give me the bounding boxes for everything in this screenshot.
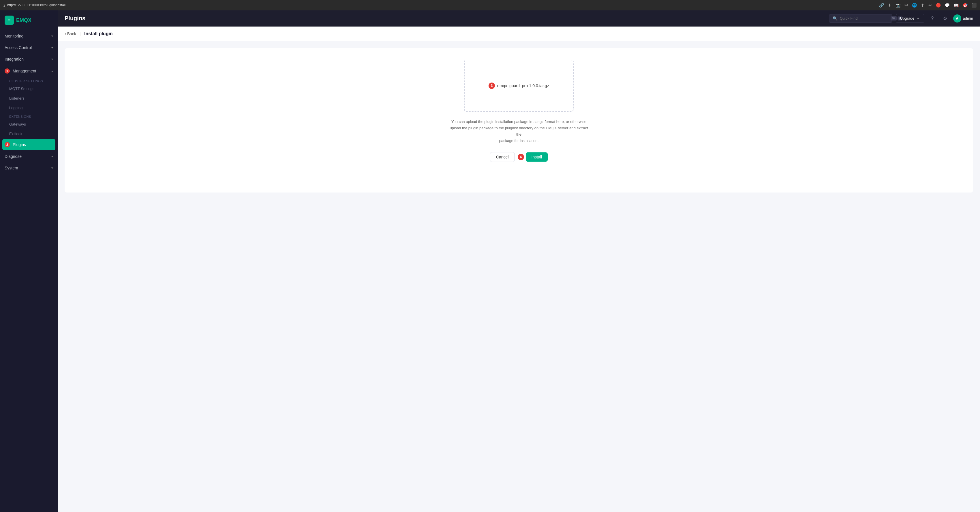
nav-section-extensions: Extensions: [0, 113, 58, 120]
back-arrow-icon: ‹: [65, 32, 66, 36]
file-badge-number: 3: [488, 83, 495, 89]
browser-bar: ℹ http://127.0.0.1:18083/#/plugins/insta…: [0, 0, 980, 10]
browser-icon-12[interactable]: ⬛: [972, 3, 977, 8]
back-button[interactable]: ‹ Back: [65, 32, 76, 36]
gear-icon: ⚙: [943, 16, 947, 21]
browser-icon-5[interactable]: 🌐: [912, 3, 917, 8]
main-content: ‹ Back | Install plugin 3 emqx_guard_pro…: [58, 27, 980, 512]
chevron-down-icon: ▾: [51, 166, 53, 170]
sidebar-item-diagnose[interactable]: Diagnose ▾: [0, 151, 58, 162]
app-header: Plugins 🔍 ⌘ K Upgrade → ?: [58, 10, 980, 27]
browser-icon-3[interactable]: 📷: [896, 3, 900, 8]
sidebar-item-logging[interactable]: Logging: [0, 103, 58, 113]
upgrade-arrow-icon: →: [916, 16, 920, 21]
sidebar-item-access-control-label: Access Control: [5, 45, 32, 50]
chevron-down-icon: ▾: [51, 46, 53, 49]
sidebar-item-system[interactable]: System ▾: [0, 162, 58, 174]
management-left: 1 Management: [5, 69, 37, 73]
upload-zone[interactable]: 3 emqx_guard_pro-1.0.0.tar.gz: [464, 60, 574, 112]
description-line1: You can upload the plugin installation p…: [451, 120, 586, 124]
logo-text: EMQX: [16, 17, 32, 23]
upload-card: 3 emqx_guard_pro-1.0.0.tar.gz You can up…: [65, 48, 973, 193]
logo-icon: ≡: [5, 16, 14, 25]
file-name: emqx_guard_pro-1.0.0.tar.gz: [497, 83, 549, 88]
search-input[interactable]: [840, 16, 888, 21]
sidebar-item-system-label: System: [5, 166, 18, 170]
back-label: Back: [67, 32, 76, 36]
sidebar-item-mqtt-settings[interactable]: MQTT Settings: [0, 84, 58, 94]
page-title: Install plugin: [84, 31, 113, 37]
sidebar-item-exhook[interactable]: ExHook: [0, 129, 58, 139]
browser-icon-11[interactable]: 🎯: [963, 3, 967, 8]
header-title: Plugins: [65, 15, 85, 22]
back-bar: ‹ Back | Install plugin: [58, 27, 980, 41]
sidebar-item-management[interactable]: 1 Management ▴: [0, 65, 58, 77]
install-button[interactable]: Install: [526, 152, 548, 162]
help-button[interactable]: ?: [928, 14, 937, 23]
chevron-up-icon: ▴: [51, 69, 53, 73]
avatar-initial: A: [956, 16, 958, 21]
browser-icon-10[interactable]: 📖: [954, 3, 959, 8]
browser-icon-4[interactable]: ✉: [904, 3, 908, 8]
settings-button[interactable]: ⚙: [940, 14, 950, 23]
chevron-down-icon: ▾: [51, 155, 53, 158]
sidebar-item-gateways[interactable]: Gateways: [0, 120, 58, 129]
search-box[interactable]: 🔍 ⌘ K: [829, 14, 892, 23]
cancel-button[interactable]: Cancel: [490, 152, 515, 162]
chevron-down-icon: ▾: [51, 57, 53, 61]
sidebar: ≡ EMQX Monitoring ▾ Access Control ▾ Int…: [0, 10, 58, 512]
upgrade-label: Upgrade: [900, 16, 915, 21]
sidebar-item-diagnose-label: Diagnose: [5, 154, 22, 159]
nav-section-cluster: Cluster Settings: [0, 77, 58, 84]
header-right: 🔍 ⌘ K Upgrade → ? ⚙: [829, 14, 973, 23]
file-badge: 3 emqx_guard_pro-1.0.0.tar.gz: [488, 83, 549, 89]
browser-right-icons: 🔗 ⬇ 📷 ✉ 🌐 ⬆ ↩ 🔴 💬 📖 🎯 ⬛: [879, 3, 977, 8]
sidebar-item-listeners[interactable]: Listeners: [0, 94, 58, 103]
sidebar-item-monitoring[interactable]: Monitoring ▾: [0, 30, 58, 42]
browser-icon-6[interactable]: ⬆: [921, 3, 924, 8]
sidebar-item-management-label: Management: [13, 69, 37, 73]
action-buttons: Cancel 4 Install: [72, 152, 966, 162]
sidebar-item-plugins[interactable]: 2 Plugins: [2, 139, 56, 150]
management-badge: 1: [5, 69, 10, 73]
description-line3: package for installation.: [499, 139, 539, 143]
app-layout: ≡ EMQX Monitoring ▾ Access Control ▾ Int…: [0, 10, 980, 512]
sidebar-logo: ≡ EMQX: [0, 10, 58, 30]
browser-icon-9[interactable]: 💬: [945, 3, 950, 8]
upgrade-button[interactable]: Upgrade →: [896, 14, 924, 23]
browser-icon-2[interactable]: ⬇: [888, 3, 891, 8]
chevron-down-icon: ▾: [51, 34, 53, 38]
upload-description: You can upload the plugin installation p…: [447, 119, 591, 144]
sidebar-item-integration[interactable]: Integration ▾: [0, 53, 58, 65]
help-icon: ?: [931, 16, 934, 21]
browser-info-icon: ℹ: [3, 3, 5, 8]
description-line2: upload the plugin package to the plugins…: [450, 126, 588, 137]
browser-icon-7[interactable]: ↩: [928, 3, 932, 8]
username: admin: [963, 16, 973, 21]
browser-icon-8[interactable]: 🔴: [936, 3, 941, 8]
install-badge-number: 4: [518, 154, 524, 160]
sidebar-item-plugins-label: Plugins: [13, 142, 26, 147]
plugins-left: 2 Plugins: [5, 142, 26, 147]
install-btn-wrapper: 4 Install: [518, 152, 548, 162]
sidebar-item-access-control[interactable]: Access Control ▾: [0, 42, 58, 53]
browser-url: http://127.0.0.1:18083/#/plugins/install: [7, 3, 65, 7]
user-info[interactable]: A admin: [953, 14, 973, 22]
plugins-badge: 2: [5, 142, 10, 147]
breadcrumb-divider: |: [80, 31, 81, 37]
sidebar-item-monitoring-label: Monitoring: [5, 34, 23, 38]
browser-icon-1[interactable]: 🔗: [879, 3, 884, 8]
avatar: A: [953, 14, 961, 22]
sidebar-item-integration-label: Integration: [5, 57, 24, 61]
search-icon: 🔍: [833, 16, 838, 21]
